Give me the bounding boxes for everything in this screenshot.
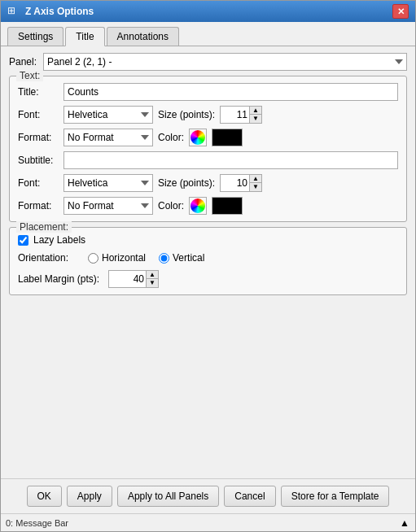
subtitle-format-label: Format: bbox=[18, 200, 59, 211]
title-size-spinner-btns: ▲ ▼ bbox=[249, 106, 262, 124]
title-format-row: Format: No Format Color: bbox=[18, 129, 398, 146]
tab-title[interactable]: Title bbox=[65, 27, 104, 46]
panel-label: Panel: bbox=[9, 56, 37, 68]
orientation-label: Orientation: bbox=[18, 252, 75, 264]
title-color-wheel bbox=[190, 130, 205, 145]
orientation-row: Orientation: Horizontal Vertical bbox=[18, 252, 398, 264]
button-bar: OK Apply Apply to All Panels Cancel Stor… bbox=[1, 478, 415, 513]
title-format-label: Format: bbox=[18, 132, 59, 143]
subtitle-color-label: Color: bbox=[158, 200, 184, 211]
subtitle-color-wheel bbox=[190, 198, 205, 213]
window-icon: ⊞ bbox=[7, 5, 20, 18]
close-button[interactable]: ✕ bbox=[392, 4, 409, 19]
title-row: Title: bbox=[18, 83, 398, 101]
tab-settings[interactable]: Settings bbox=[7, 27, 63, 46]
title-color-label: Color: bbox=[158, 132, 184, 143]
apply-to-all-button[interactable]: Apply to All Panels bbox=[117, 486, 219, 507]
spacer bbox=[9, 300, 407, 472]
tabs-bar: Settings Title Annotations bbox=[1, 22, 415, 46]
subtitle-size-up[interactable]: ▲ bbox=[250, 175, 261, 183]
placement-group-label: Placement: bbox=[16, 221, 72, 233]
apply-button[interactable]: Apply bbox=[67, 486, 112, 507]
subtitle-input[interactable] bbox=[63, 151, 398, 169]
subtitle-format-select[interactable]: No Format bbox=[63, 197, 153, 215]
radio-horizontal[interactable]: Horizontal bbox=[88, 252, 146, 264]
margin-up[interactable]: ▲ bbox=[147, 271, 158, 279]
text-group-label: Text: bbox=[16, 70, 43, 81]
margin-row: Label Margin (pts): ▲ ▼ bbox=[18, 270, 398, 288]
title-size-up[interactable]: ▲ bbox=[250, 107, 261, 115]
panel-row: Panel: Panel 2 (2, 1) - bbox=[9, 53, 407, 71]
subtitle-font-label: Font: bbox=[18, 177, 59, 189]
lazy-labels-checkbox[interactable] bbox=[18, 235, 28, 246]
main-window: ⊞ Z Axis Options ✕ Settings Title Annota… bbox=[0, 0, 416, 532]
window-title: Z Axis Options bbox=[25, 6, 94, 17]
radio-horizontal-input[interactable] bbox=[88, 253, 99, 264]
title-color-wheel-btn[interactable] bbox=[189, 129, 207, 146]
subtitle-size-spinner: ▲ ▼ bbox=[220, 174, 262, 192]
margin-spinner-btns: ▲ ▼ bbox=[146, 270, 159, 288]
radio-vertical[interactable]: Vertical bbox=[159, 252, 204, 264]
placement-group: Placement: Lazy Labels Orientation: Hori… bbox=[9, 227, 407, 295]
title-font-label: Font: bbox=[18, 109, 59, 120]
title-font-select[interactable]: Helvetica bbox=[63, 106, 153, 124]
text-group: Text: Title: Font: Helvetica Size (point… bbox=[9, 76, 407, 222]
title-size-input[interactable] bbox=[220, 106, 249, 124]
margin-input[interactable] bbox=[108, 270, 146, 288]
subtitle-font-select[interactable]: Helvetica bbox=[63, 174, 153, 192]
margin-spinner: ▲ ▼ bbox=[108, 270, 159, 288]
radio-vertical-label: Vertical bbox=[173, 252, 204, 264]
subtitle-row: Subtitle: bbox=[18, 151, 398, 169]
title-font-row: Font: Helvetica Size (points): ▲ ▼ bbox=[18, 106, 398, 124]
subtitle-color-swatch[interactable] bbox=[212, 197, 243, 215]
content-area: Panel: Panel 2 (2, 1) - Text: Title: Fon… bbox=[1, 46, 415, 478]
title-size-label: Size (points): bbox=[158, 109, 215, 120]
title-bar: ⊞ Z Axis Options ✕ bbox=[1, 1, 415, 22]
title-size-down[interactable]: ▼ bbox=[250, 115, 261, 123]
subtitle-size-input[interactable] bbox=[220, 174, 249, 192]
store-button[interactable]: Store for a Template bbox=[281, 486, 390, 507]
subtitle-format-row: Format: No Format Color: bbox=[18, 197, 398, 215]
ok-button[interactable]: OK bbox=[27, 486, 62, 507]
subtitle-font-row: Font: Helvetica Size (points): ▲ ▼ bbox=[18, 174, 398, 192]
title-input[interactable] bbox=[63, 83, 398, 101]
title-bar-left: ⊞ Z Axis Options bbox=[7, 5, 94, 18]
margin-down[interactable]: ▼ bbox=[147, 279, 158, 287]
scroll-indicator[interactable]: ▲ bbox=[399, 517, 410, 529]
radio-vertical-input[interactable] bbox=[159, 253, 169, 264]
cancel-button[interactable]: Cancel bbox=[224, 486, 275, 507]
bottom-area: OK Apply Apply to All Panels Cancel Stor… bbox=[1, 478, 415, 531]
status-text: 0: Message Bar bbox=[6, 518, 68, 528]
radio-horizontal-label: Horizontal bbox=[102, 252, 146, 264]
status-bar: 0: Message Bar ▲ bbox=[1, 513, 415, 531]
panel-select[interactable]: Panel 2 (2, 1) - bbox=[43, 53, 407, 71]
subtitle-field-label: Subtitle: bbox=[18, 155, 59, 166]
title-size-spinner: ▲ ▼ bbox=[220, 106, 262, 124]
tab-annotations[interactable]: Annotations bbox=[107, 27, 179, 46]
lazy-labels-label: Lazy Labels bbox=[33, 234, 85, 246]
subtitle-size-spinner-btns: ▲ ▼ bbox=[249, 174, 262, 192]
margin-label: Label Margin (pts): bbox=[18, 273, 103, 285]
title-field-label: Title: bbox=[18, 86, 59, 98]
subtitle-color-wheel-btn[interactable] bbox=[189, 197, 207, 215]
subtitle-size-label: Size (points): bbox=[158, 177, 215, 189]
title-format-select[interactable]: No Format bbox=[63, 129, 153, 146]
title-color-swatch[interactable] bbox=[212, 129, 243, 146]
subtitle-size-down[interactable]: ▼ bbox=[250, 183, 261, 191]
lazy-labels-row: Lazy Labels bbox=[18, 234, 398, 246]
